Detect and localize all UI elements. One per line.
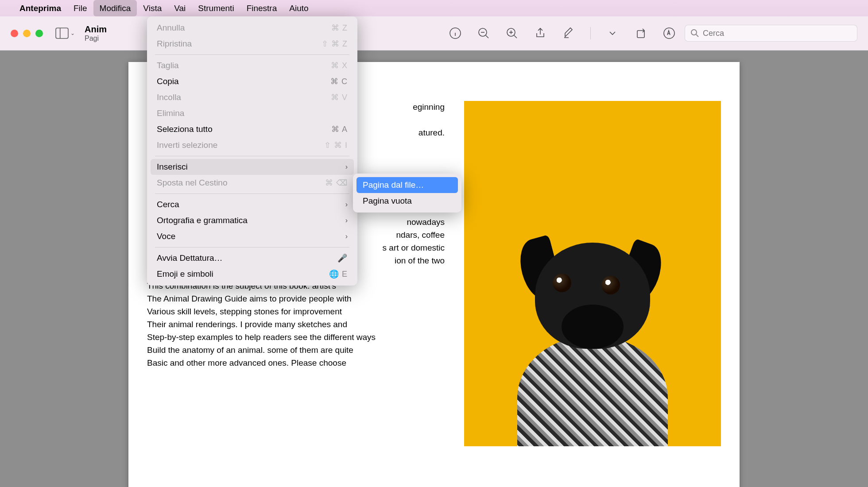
page-image <box>464 101 721 446</box>
menubar: Anteprima File Modifica Vista Vai Strume… <box>0 0 868 16</box>
highlight-icon[interactable] <box>562 27 575 40</box>
menu-item-paste[interactable]: Incolla⌘ V <box>151 89 354 105</box>
menu-item-undo[interactable]: Annulla⌘ Z <box>151 20 354 36</box>
text-line: Various skill levels, stepping stones fo… <box>147 305 445 318</box>
zoom-out-icon[interactable] <box>477 27 490 40</box>
info-icon[interactable] <box>449 27 462 40</box>
chevron-down-icon[interactable] <box>606 27 619 40</box>
text-line: The Animal Drawing Guide aims to provide… <box>147 293 445 305</box>
menu-modifica[interactable]: Modifica <box>93 0 137 16</box>
menu-item-find[interactable]: Cerca› <box>151 197 354 213</box>
titlebar: ⌄ Anim Pagi <box>0 16 868 50</box>
menu-item-delete[interactable]: Elimina <box>151 105 354 121</box>
minimize-button[interactable] <box>23 30 31 37</box>
menu-aiuto[interactable]: Aiuto <box>283 0 314 16</box>
svg-rect-0 <box>56 28 68 39</box>
menu-item-redo[interactable]: Ripristina⇧ ⌘ Z <box>151 36 354 52</box>
text-line: Basic and other more advanced ones. Plea… <box>147 357 445 370</box>
toolbar <box>449 27 676 40</box>
markup-icon[interactable] <box>663 27 676 40</box>
window-title: Anim <box>85 24 107 35</box>
chevron-right-icon: › <box>345 163 348 171</box>
edit-menu-dropdown: Annulla⌘ Z Ripristina⇧ ⌘ Z Taglia⌘ X Cop… <box>147 16 357 286</box>
menu-item-invert-selection[interactable]: Inverti selezione⇧ ⌘ I <box>151 137 354 153</box>
sidebar-toggle[interactable]: ⌄ <box>55 27 75 39</box>
svg-line-6 <box>486 35 488 38</box>
search-input[interactable] <box>703 29 852 38</box>
zoom-button[interactable] <box>35 30 43 37</box>
mic-icon: 🎤 <box>337 253 348 263</box>
toolbar-separator <box>590 27 591 39</box>
share-icon[interactable] <box>534 27 547 40</box>
chevron-right-icon: › <box>345 216 348 224</box>
menu-file[interactable]: File <box>67 0 93 16</box>
text-line: Their animal renderings. I provide many … <box>147 318 445 331</box>
menu-item-speech[interactable]: Voce› <box>151 228 354 244</box>
menu-vista[interactable]: Vista <box>137 0 168 16</box>
text-line: Step-by-step examples to help readers se… <box>147 331 445 344</box>
menu-item-copy[interactable]: Copia⌘ C <box>151 73 354 89</box>
menu-separator <box>155 193 349 194</box>
menu-item-select-all[interactable]: Seleziona tutto⌘ A <box>151 121 354 137</box>
menu-item-cut[interactable]: Taglia⌘ X <box>151 58 354 73</box>
chevron-down-icon: ⌄ <box>70 30 75 36</box>
menu-separator <box>155 54 349 55</box>
menu-finestra[interactable]: Finestra <box>240 0 283 16</box>
close-button[interactable] <box>11 30 18 37</box>
pug-illustration <box>500 225 686 446</box>
text-line: Build the anatomy of an animal. some of … <box>147 344 445 357</box>
window-subtitle: Pagi <box>85 35 107 43</box>
menu-vai[interactable]: Vai <box>168 0 192 16</box>
document-canvas[interactable]: eginning atured. le and style nowadays n… <box>0 50 868 487</box>
menu-item-move-to-trash[interactable]: Sposta nel Cestino⌘ ⌫ <box>151 175 354 191</box>
chevron-right-icon: › <box>345 201 348 209</box>
rotate-icon[interactable] <box>634 27 647 40</box>
menu-item-dictation[interactable]: Avvia Dettatura…🎤 <box>151 250 354 266</box>
search-icon <box>690 29 699 38</box>
svg-line-9 <box>514 35 517 38</box>
menu-item-emoji[interactable]: Emoji e simboli🌐 E <box>151 266 354 282</box>
search-box[interactable] <box>685 25 857 42</box>
menu-strumenti[interactable]: Strumenti <box>192 0 240 16</box>
menu-item-insert[interactable]: Inserisci› <box>151 159 354 175</box>
insert-submenu: Pagina dal file… Pagina vuota <box>353 174 461 213</box>
menu-item-spelling[interactable]: Ortografia e grammatica› <box>151 213 354 228</box>
chevron-right-icon: › <box>345 232 348 240</box>
svg-line-15 <box>696 35 698 37</box>
submenu-item-blank-page[interactable]: Pagina vuota <box>356 193 458 209</box>
zoom-in-icon[interactable] <box>505 27 519 40</box>
app-window: ⌄ Anim Pagi eginning atured. <box>0 16 868 487</box>
menubar-appname[interactable]: Anteprima <box>13 4 67 13</box>
submenu-item-page-from-file[interactable]: Pagina dal file… <box>356 177 458 193</box>
svg-point-14 <box>691 30 697 35</box>
window-title-block: Anim Pagi <box>85 24 107 43</box>
traffic-lights <box>11 30 43 37</box>
menu-separator <box>155 156 349 156</box>
menu-separator <box>155 247 349 247</box>
